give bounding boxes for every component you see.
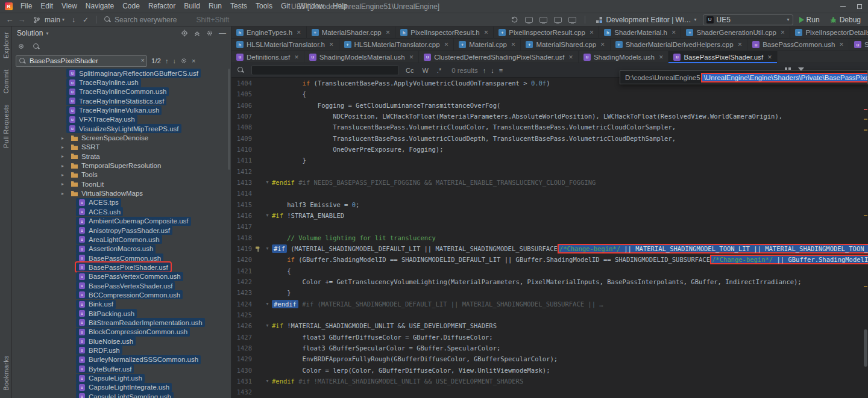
fold-icon[interactable]: ▾ — [263, 177, 272, 188]
search-options-gear-icon[interactable] — [180, 57, 187, 64]
tree-item-TraceRayInline.ush[interactable]: uTraceRayInline.ush — [12, 78, 231, 87]
tree-item-BasePassCommon.ush[interactable]: uBasePassCommon.ush — [12, 253, 231, 263]
collapse-all-icon[interactable] — [193, 30, 201, 37]
menu-edit[interactable]: Edit — [36, 0, 57, 13]
tree-item-ByteBuffer.usf[interactable]: uByteBuffer.usf — [12, 364, 231, 373]
menu-run[interactable]: Run — [204, 0, 226, 13]
tree-item-ACES.ush[interactable]: uACES.ush — [12, 207, 231, 216]
close-tab-icon[interactable]: ✕ — [600, 42, 605, 48]
tab-ShaderMaterial.h[interactable]: hShaderMaterial.h✕ — [599, 26, 681, 39]
tree-item-BlockCompressionCommon.ush[interactable]: uBlockCompressionCommon.ush — [12, 328, 231, 337]
chevron-down-icon[interactable]: ▾ — [46, 31, 48, 36]
find-input[interactable] — [251, 65, 399, 75]
tree-item-AssertionMacros.ush[interactable]: uAssertionMacros.ush — [12, 244, 231, 253]
close-tab-icon[interactable]: ✕ — [294, 54, 299, 60]
find-in-tree-icon[interactable] — [33, 43, 40, 50]
regex-toggle[interactable]: .* — [435, 67, 443, 74]
tree-item-VFXTraceRay.ush[interactable]: uVFXTraceRay.ush — [12, 115, 231, 124]
hide-panel-icon[interactable]: — — [219, 29, 226, 37]
tree-item-SSRT[interactable]: ▸SSRT — [12, 143, 231, 152]
search-everywhere[interactable]: Search everywhere Shift+Shift — [101, 16, 233, 24]
select-all-occurrences-icon[interactable]: ≡ — [499, 67, 503, 74]
fold-icon[interactable]: ▾ — [263, 243, 272, 254]
tab-ShadingCommon.ush[interactable]: uShadingCommon.ush✕ — [849, 39, 868, 51]
close-tab-icon[interactable]: ✕ — [671, 30, 676, 36]
tree-item-CapsuleLightIntegrate.ush[interactable]: uCapsuleLightIntegrate.ush — [12, 383, 231, 392]
tree-item-BitStreamReaderImplementation.ush[interactable]: uBitStreamReaderImplementation.ush — [12, 318, 231, 327]
commit-check-icon[interactable]: ✓ — [80, 14, 92, 26]
tab-ShadingModelsMaterial.ush[interactable]: uShadingModelsMaterial.ush✕ — [304, 51, 419, 63]
tool-window-button-pull-requests[interactable]: Pull Requests — [2, 104, 10, 148]
tool-window-button-commit[interactable]: Commit — [2, 69, 10, 93]
tool-window-button-explorer[interactable]: Explorer — [2, 32, 10, 58]
tree-item-TemporalSuperResolution[interactable]: ▸TemporalSuperResolution — [12, 161, 231, 170]
locate-icon[interactable] — [181, 30, 188, 37]
target-selector[interactable]: U UE5 ▾ — [703, 14, 793, 25]
chevron-right-icon[interactable]: ▸ — [61, 154, 68, 159]
close-tab-icon[interactable]: ✕ — [568, 54, 573, 60]
close-tab-icon[interactable]: ✕ — [839, 42, 844, 48]
tab-PixelInspectorDetailsCustomization.cpp[interactable]: +PixelInspectorDetailsCustomization.cpp✕ — [790, 26, 868, 39]
toolbar-device-icon[interactable] — [552, 14, 564, 26]
tree-item-VirtualShadowMaps[interactable]: ▸VirtualShadowMaps — [12, 188, 231, 197]
tool-window-button-bookmarks[interactable]: Bookmarks — [2, 355, 10, 391]
menu-navigate[interactable]: Navigate — [81, 0, 118, 13]
tab-ShaderMaterialDerivedHelpers.cpp[interactable]: +ShaderMaterialDerivedHelpers.cpp✕ — [611, 39, 748, 51]
toolbar-device-icon[interactable] — [566, 14, 578, 26]
tree-item-BasePassVertexCommon.ush[interactable]: uBasePassVertexCommon.ush — [12, 272, 231, 281]
tree-item-BRDF.ush[interactable]: uBRDF.ush — [12, 346, 231, 355]
whole-words-toggle[interactable]: W — [420, 67, 430, 74]
fold-icon[interactable]: ▾ — [263, 210, 272, 221]
match-case-toggle[interactable]: Cc — [404, 67, 415, 74]
tab-BasePassCommon.ush[interactable]: uBasePassCommon.ush✕ — [747, 39, 849, 51]
git-branch-selector[interactable]: main ▾ — [28, 14, 68, 26]
tab-MaterialShared.cpp[interactable]: +MaterialShared.cpp✕ — [521, 39, 610, 51]
toolbar-device-icon[interactable] — [523, 14, 535, 26]
tree-item-BasePassPixelShader.usf[interactable]: uBasePassPixelShader.usf — [12, 263, 231, 272]
tree-item-VisualizeSkyLightMipTreePS.usf[interactable]: uVisualizeSkyLightMipTreePS.usf — [12, 124, 231, 133]
tab-PixelInspectorResult.cpp[interactable]: +PixelInspectorResult.cpp✕ — [494, 26, 599, 39]
tree-item-Tools[interactable]: ▸Tools — [12, 170, 231, 179]
tree-item-ScreenSpaceDenoise[interactable]: ▸ScreenSpaceDenoise — [12, 133, 231, 142]
tab-Definitions.usf[interactable]: uDefinitions.usf✕ — [231, 51, 304, 63]
next-occurrence-icon[interactable]: ↓ — [491, 67, 494, 74]
menu-tests[interactable]: Tests — [226, 0, 251, 13]
tree-item-BitPacking.ush[interactable]: uBitPacking.ush — [12, 309, 231, 318]
panel-title[interactable]: Solution — [17, 29, 43, 37]
run-configuration-selector[interactable]: Development Editor | Wi… ▾ — [592, 16, 700, 24]
fold-icon[interactable]: ▾ — [263, 376, 272, 387]
close-tab-icon[interactable]: ✕ — [511, 42, 516, 48]
tree-item-BlueNoise.ush[interactable]: uBlueNoise.ush — [12, 337, 231, 346]
chevron-right-icon[interactable]: ▸ — [61, 163, 68, 169]
close-tab-icon[interactable]: ✕ — [767, 54, 772, 60]
tree-item-TraceRayInlineStatistics.usf[interactable]: uTraceRayInlineStatistics.usf — [12, 96, 231, 105]
tree-item-AmbientCubemapComposite.usf[interactable]: uAmbientCubemapComposite.usf — [12, 217, 231, 226]
close-tab-icon[interactable]: ✕ — [329, 42, 334, 48]
chevron-right-icon[interactable]: ▸ — [61, 191, 68, 196]
tree-search-input[interactable] — [16, 55, 147, 67]
tree-scrollbar[interactable] — [228, 69, 230, 170]
tree-item-AreaLightCommon.ush[interactable]: uAreaLightCommon.ush — [12, 235, 231, 244]
debug-button[interactable]: Debug — [826, 16, 864, 24]
close-tab-icon[interactable]: ✕ — [484, 30, 489, 36]
tree-item-ToonLit[interactable]: ▸ToonLit — [12, 179, 231, 188]
tab-BasePassPixelShader.usf[interactable]: uBasePassPixelShader.usf✕ — [668, 51, 777, 63]
menu-file[interactable]: File — [16, 0, 36, 13]
update-project-icon[interactable]: ↓ — [68, 14, 80, 26]
close-tab-icon[interactable]: ✕ — [444, 42, 449, 48]
tree-item-BCCompressionCommon.ush[interactable]: uBCCompressionCommon.ush — [12, 290, 231, 299]
tab-HLSLMaterialTranslator.cpp[interactable]: +HLSLMaterialTranslator.cpp✕ — [339, 39, 454, 51]
tree-item-TraceRayInlineCommon.ush[interactable]: uTraceRayInlineCommon.ush — [12, 87, 231, 96]
tree-item-BasePassVertexShader.usf[interactable]: uBasePassVertexShader.usf — [12, 281, 231, 290]
tab-MaterialShader.cpp[interactable]: +MaterialShader.cpp✕ — [307, 26, 396, 39]
tree-item-AnisotropyPassShader.usf[interactable]: uAnisotropyPassShader.usf — [12, 226, 231, 235]
close-tab-icon[interactable]: ✕ — [409, 54, 414, 60]
clear-search-icon[interactable]: × — [141, 57, 145, 64]
tree-item-Strata[interactable]: ▸Strata — [12, 152, 231, 161]
close-tab-icon[interactable]: ✕ — [297, 30, 301, 36]
tab-HLSLMaterialTranslator.h[interactable]: hHLSLMaterialTranslator.h✕ — [231, 39, 339, 51]
close-tab-icon[interactable]: ✕ — [738, 42, 743, 48]
previous-occurrence-icon[interactable]: ↑ — [483, 67, 486, 74]
next-match-icon[interactable]: ↓ — [173, 57, 177, 64]
code-editor[interactable]: 1404 if (TranslucentBasePass.ApplyVolume… — [231, 78, 868, 398]
